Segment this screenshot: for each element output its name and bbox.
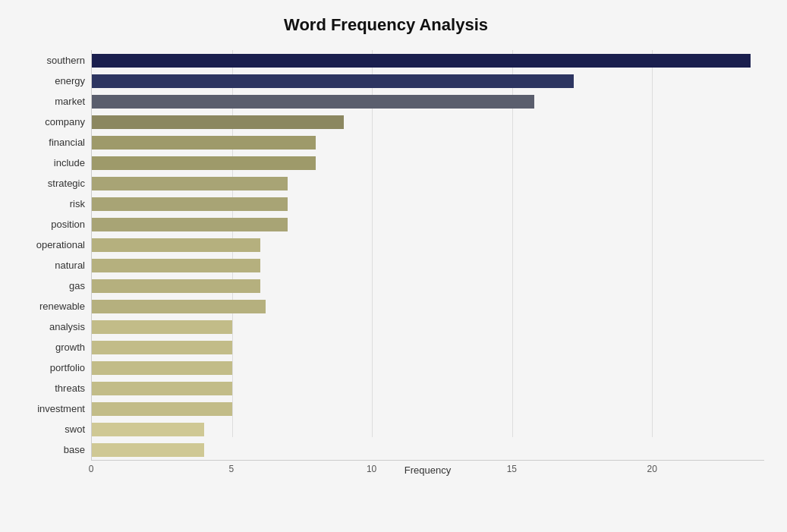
y-label: energy <box>55 71 85 91</box>
y-label: operational <box>36 235 85 255</box>
bar <box>92 177 288 190</box>
y-label: renewable <box>39 296 85 316</box>
bar <box>92 423 204 436</box>
y-label: swot <box>65 419 85 439</box>
bar <box>92 197 288 211</box>
bar <box>92 156 316 170</box>
bar-row <box>92 194 764 214</box>
y-label: risk <box>70 194 85 214</box>
bar-row <box>92 112 764 132</box>
y-label: base <box>64 439 85 460</box>
bar <box>92 115 344 129</box>
y-label: company <box>45 112 85 132</box>
chart-title: Word Frequency Analysis <box>8 15 764 35</box>
x-tick: 0 <box>89 461 94 474</box>
x-tick: 5 <box>228 461 234 474</box>
bar-row <box>92 235 764 255</box>
chart-container: Word Frequency Analysis southernenergyma… <box>0 0 787 532</box>
y-label: natural <box>55 255 85 275</box>
bar <box>92 320 232 334</box>
y-label: southern <box>46 50 85 71</box>
bar <box>92 259 260 272</box>
bar <box>92 218 288 231</box>
bar-row <box>92 398 764 419</box>
y-label: financial <box>49 132 85 153</box>
bar-row <box>92 439 764 460</box>
bar-row <box>92 91 764 112</box>
bar <box>92 300 266 313</box>
bar-row <box>92 357 764 378</box>
y-label: position <box>51 214 85 235</box>
bar <box>92 136 316 150</box>
bar <box>92 382 232 395</box>
bar-row <box>92 419 764 439</box>
bar-row <box>92 50 764 71</box>
bar-row <box>92 337 764 357</box>
y-label: market <box>55 91 85 112</box>
y-label: strategic <box>48 173 85 194</box>
bar-row <box>92 296 764 316</box>
x-tick: 15 <box>507 461 517 474</box>
chart-area: southernenergymarketcompanyfinancialincl… <box>8 50 764 476</box>
x-axis: 05101520 <box>91 460 764 461</box>
bar <box>92 54 751 68</box>
bar-row <box>92 255 764 275</box>
y-label: threats <box>55 378 85 398</box>
bar <box>92 443 204 457</box>
y-axis: southernenergymarketcompanyfinancialincl… <box>8 50 91 476</box>
plot-area <box>91 50 764 460</box>
bar-row <box>92 275 764 296</box>
x-tick: 10 <box>367 461 376 474</box>
bar-row <box>92 214 764 235</box>
y-label: portfolio <box>50 357 85 378</box>
y-label: include <box>54 153 85 173</box>
y-label: growth <box>55 337 85 357</box>
bar-row <box>92 173 764 194</box>
bar <box>92 238 260 252</box>
bar <box>92 402 232 416</box>
bar <box>92 74 574 88</box>
bar-row <box>92 316 764 337</box>
bar-row <box>92 71 764 91</box>
y-label: analysis <box>49 316 85 337</box>
bar <box>92 279 260 293</box>
y-label: investment <box>37 398 85 419</box>
bar <box>92 361 232 375</box>
x-tick: 20 <box>647 461 656 474</box>
y-label: gas <box>69 275 85 296</box>
bar-row <box>92 378 764 398</box>
bar <box>92 341 232 354</box>
bar-row <box>92 153 764 173</box>
bar-row <box>92 132 764 153</box>
x-axis-label: Frequency <box>91 464 764 476</box>
bar <box>92 95 534 109</box>
